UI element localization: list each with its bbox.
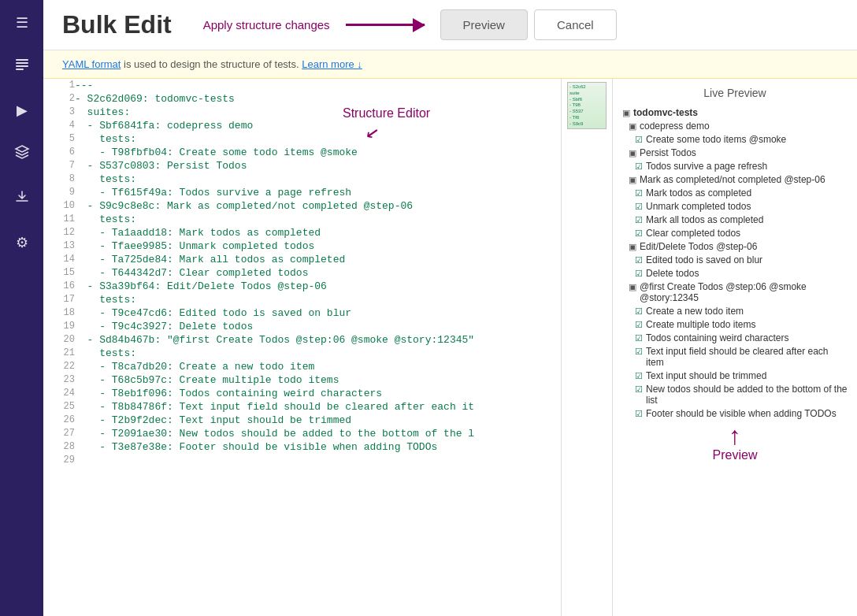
code-table: 1---2- S2c62d069: todomvc-tests3 suites:… <box>43 79 561 466</box>
line-code: suites: <box>75 106 561 119</box>
code-editor[interactable]: 1---2- S2c62d069: todomvc-tests3 suites:… <box>43 79 562 616</box>
check-icon: ☑ <box>635 202 643 212</box>
code-line: 3 suites: <box>43 106 561 119</box>
line-number: 28 <box>43 440 75 454</box>
line-number: 16 <box>43 280 75 293</box>
code-line: 24 - T8eb1f096: Todos containing weird c… <box>43 387 561 400</box>
tree-item[interactable]: ☑Todos survive a page refresh <box>622 159 848 173</box>
line-code: - T644342d7: Clear completed todos <box>75 266 561 280</box>
tree-item[interactable]: ☑Delete todos <box>622 266 848 280</box>
tree-item[interactable]: ▣Mark as completed/not completed @step-0… <box>622 173 848 186</box>
line-number: 7 <box>43 159 75 173</box>
code-line: 29 <box>43 454 561 466</box>
tree-item[interactable]: ▣codepress demo <box>622 119 848 132</box>
tree-item-label: New todos should be added to the bottom … <box>646 384 848 406</box>
check-icon: ☑ <box>635 333 643 343</box>
settings-icon[interactable]: ⚙ <box>11 229 33 256</box>
tree-item[interactable]: ☑Mark todos as completed <box>622 186 848 199</box>
tree-item[interactable]: ☑Create multiple todo items <box>622 317 848 331</box>
line-number: 21 <box>43 347 75 360</box>
tree-item-label: Text input field should be cleared after… <box>646 346 848 368</box>
tree-item-label: codepress demo <box>640 121 710 132</box>
tree-item[interactable]: ☑Mark all todos as completed <box>622 213 848 226</box>
tree-item[interactable]: ☑Footer should be visible when adding TO… <box>622 406 848 420</box>
folder-icon: ▣ <box>629 121 636 132</box>
code-line: 13 - Tfaee9985: Unmark completed todos <box>43 239 561 253</box>
line-code <box>75 454 561 466</box>
line-number: 27 <box>43 427 75 440</box>
svg-rect-0 <box>16 59 28 61</box>
tree-item-label: @first Create Todos @step:06 @smoke @sto… <box>640 281 848 303</box>
line-number: 18 <box>43 306 75 320</box>
thumbnail: - S2c62 suite - Sbf6 - T98 - S537 - Tf6 … <box>567 82 607 129</box>
code-line: 10 - S9c9c8e8c: Mark as completed/not co… <box>43 199 561 213</box>
tree-item[interactable]: ☑Create a new todo item <box>622 304 848 317</box>
tree-item-label: Mark as completed/not completed @step-06 <box>640 174 825 185</box>
check-icon: ☑ <box>635 188 643 199</box>
line-code: - T2091ae30: New todos should be added t… <box>75 427 561 440</box>
tree-item-label: Footer should be visible when adding TOD… <box>646 408 837 419</box>
tree-item-label: Persist Todos <box>640 147 696 158</box>
editor-area: 1---2- S2c62d069: todomvc-tests3 suites:… <box>43 79 857 616</box>
tree-item[interactable]: ☑Unmark completed todos <box>622 199 848 213</box>
info-banner: YAML format is used to design the struct… <box>43 50 857 79</box>
line-code: - Tfaee9985: Unmark completed todos <box>75 239 561 253</box>
code-line: 12 - Ta1aadd18: Mark todos as completed <box>43 226 561 239</box>
code-line: 8 tests: <box>43 173 561 186</box>
tree-item[interactable]: ▣todomvc-tests <box>622 106 848 119</box>
download-icon[interactable] <box>9 184 35 213</box>
line-number: 19 <box>43 320 75 333</box>
yaml-format-link[interactable]: YAML format <box>62 58 121 70</box>
tree-item[interactable]: ☑Todos containing weird characters <box>622 331 848 344</box>
check-icon: ☑ <box>635 269 643 279</box>
folder-icon: ▣ <box>622 108 630 118</box>
svg-rect-2 <box>16 65 28 67</box>
code-line: 2- S2c62d069: todomvc-tests <box>43 92 561 106</box>
tree-item[interactable]: ☑Create some todo items @smoke <box>622 132 848 146</box>
line-code: - T9c4c3927: Delete todos <box>75 320 561 333</box>
play-icon[interactable]: ▶ <box>12 97 32 124</box>
tree-item-label: Delete todos <box>646 268 699 279</box>
tree-item-label: Edit/Delete Todos @step-06 <box>640 241 757 252</box>
line-code: tests: <box>75 173 561 186</box>
line-code: - S9c9c8e8c: Mark as completed/not compl… <box>75 199 561 213</box>
tree-item[interactable]: ☑Edited todo is saved on blur <box>622 253 848 266</box>
tree-item-label: Mark todos as completed <box>646 187 751 199</box>
check-icon: ☑ <box>635 255 643 265</box>
tree-item[interactable]: ☑New todos should be added to the bottom… <box>622 382 848 406</box>
line-code: - T3e87e38e: Footer should be visible wh… <box>75 440 561 454</box>
list-icon[interactable] <box>9 52 35 81</box>
learn-more-link[interactable]: Learn more ↓ <box>302 58 362 70</box>
check-icon: ☑ <box>635 228 643 239</box>
tree-item[interactable]: ▣@first Create Todos @step:06 @smoke @st… <box>622 280 848 304</box>
tree-item[interactable]: ▣Persist Todos <box>622 146 848 159</box>
menu-icon[interactable]: ☰ <box>11 9 33 36</box>
cancel-button[interactable]: Cancel <box>534 9 617 40</box>
tree-item-label: Create some todo items @smoke <box>646 134 786 145</box>
preview-bottom: ↑ Preview <box>622 420 848 462</box>
page-title: Bulk Edit <box>62 10 172 39</box>
tree-item[interactable]: ☑Clear completed todos <box>622 226 848 239</box>
line-number: 24 <box>43 387 75 400</box>
line-code: - T68c5b97c: Create multiple todo items <box>75 373 561 387</box>
code-line: 17 tests: <box>43 293 561 306</box>
line-code: tests: <box>75 213 561 226</box>
code-line: 11 tests: <box>43 213 561 226</box>
line-code: - S3a39bf64: Edit/Delete Todos @step-06 <box>75 280 561 293</box>
code-line: 15 - T644342d7: Clear completed todos <box>43 266 561 280</box>
preview-label: Preview <box>622 448 848 462</box>
line-code: - T2b9f2dec: Text input should be trimme… <box>75 414 561 427</box>
line-number: 8 <box>43 173 75 186</box>
line-code: - T98fbfb04: Create some todo items @smo… <box>75 146 561 159</box>
line-code: --- <box>75 79 561 92</box>
tree-item[interactable]: ▣Edit/Delete Todos @step-06 <box>622 239 848 253</box>
tree-item[interactable]: ☑Text input field should be cleared afte… <box>622 344 848 369</box>
code-line: 23 - T68c5b97c: Create multiple todo ite… <box>43 373 561 387</box>
tree-item[interactable]: ☑Text input should be trimmed <box>622 369 848 382</box>
line-number: 20 <box>43 333 75 347</box>
preview-button[interactable]: Preview <box>440 9 528 40</box>
line-number: 25 <box>43 400 75 414</box>
layers-icon[interactable] <box>9 139 35 169</box>
tree-item-label: Clear completed todos <box>646 228 740 239</box>
line-number: 10 <box>43 199 75 213</box>
